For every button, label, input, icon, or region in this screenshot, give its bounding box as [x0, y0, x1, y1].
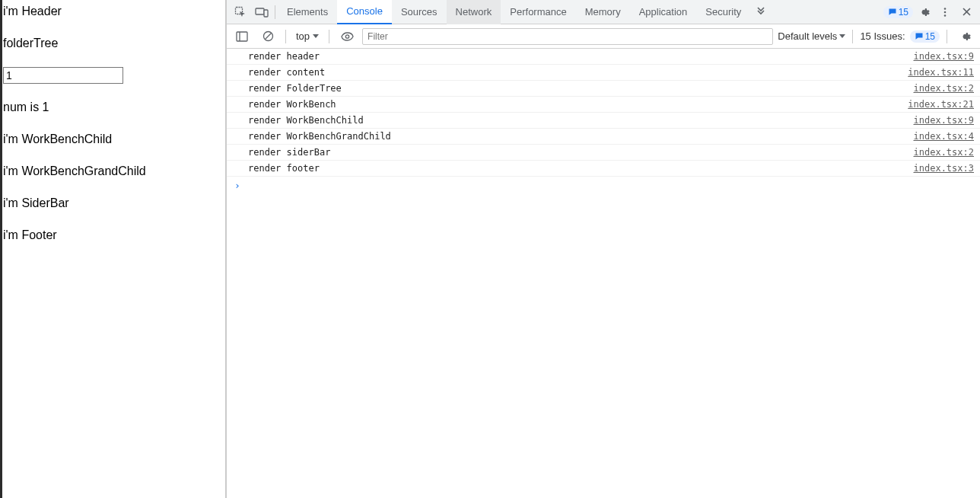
issues-count: 15	[925, 31, 935, 42]
log-source-link[interactable]: index.tsx:11	[908, 67, 974, 78]
number-input[interactable]	[3, 67, 123, 84]
log-message: render FolderTree	[248, 83, 914, 94]
console-prompt[interactable]: ›	[227, 177, 980, 194]
devtools-panel: Elements Console Sources Network Perform…	[226, 0, 980, 498]
svg-line-9	[265, 34, 271, 40]
console-toolbar: top Default levels 15 Issues: 15	[227, 24, 980, 49]
log-row: render content index.tsx:11	[227, 65, 980, 81]
svg-point-4	[944, 11, 947, 13]
message-count: 15	[899, 7, 908, 18]
separator	[947, 30, 947, 43]
tab-label: Performance	[510, 6, 566, 18]
log-row: render footer index.tsx:3	[227, 161, 980, 177]
svg-rect-2	[264, 10, 268, 17]
tab-performance[interactable]: Performance	[501, 0, 575, 24]
svg-rect-6	[237, 32, 247, 41]
log-row: render FolderTree index.tsx:2	[227, 81, 980, 97]
svg-rect-1	[256, 8, 264, 14]
workbench-grandchild-label: i'm WorkBenchGrandChild	[3, 163, 225, 180]
chevron-down-icon	[839, 34, 845, 38]
log-source-link[interactable]: index.tsx:2	[914, 83, 974, 94]
log-source-link[interactable]: index.tsx:2	[914, 147, 974, 158]
log-message: render siderBar	[248, 147, 914, 158]
svg-point-3	[944, 8, 947, 10]
log-row: render WorkBench index.tsx:21	[227, 97, 980, 113]
log-row: render WorkBenchChild index.tsx:9	[227, 113, 980, 129]
app-pane: i'm Header folderTree num is 1 i'm WorkB…	[0, 0, 226, 498]
folder-tree-label: folderTree	[3, 35, 225, 52]
tab-sources[interactable]: Sources	[392, 0, 447, 24]
log-row: render WorkBenchGrandChild index.tsx:4	[227, 129, 980, 145]
context-label: top	[296, 30, 310, 42]
device-toolbar-icon[interactable]	[251, 2, 272, 23]
filter-input[interactable]	[362, 28, 773, 45]
issues-label: 15 Issues:	[860, 30, 905, 42]
message-icon	[915, 32, 924, 41]
svg-point-10	[345, 34, 348, 37]
console-output: render header index.tsx:9 render content…	[227, 49, 980, 498]
log-message: render footer	[248, 163, 914, 174]
log-message: render WorkBenchChild	[248, 115, 914, 126]
workbench-child-label: i'm WorkBenchChild	[3, 131, 225, 148]
app-header: i'm Header	[3, 3, 225, 20]
kebab-menu-icon[interactable]	[934, 2, 956, 23]
log-message: render WorkBenchGrandChild	[248, 131, 914, 142]
svg-point-5	[944, 14, 947, 17]
tab-label: Application	[639, 6, 688, 18]
tab-application[interactable]: Application	[630, 0, 697, 24]
settings-icon[interactable]	[913, 2, 934, 23]
levels-label: Default levels	[778, 30, 837, 42]
tab-security[interactable]: Security	[696, 0, 750, 24]
clear-console-icon[interactable]	[257, 26, 278, 47]
live-expression-icon[interactable]	[336, 26, 358, 47]
tab-label: Sources	[401, 6, 438, 18]
more-tabs-icon[interactable]	[750, 2, 772, 23]
tab-label: Security	[705, 6, 741, 18]
log-message: render WorkBench	[248, 99, 908, 110]
message-icon	[888, 8, 897, 17]
tab-label: Network	[456, 6, 492, 18]
close-icon[interactable]	[956, 2, 977, 23]
footer-label: i'm Footer	[3, 227, 225, 244]
toggle-sidebar-icon[interactable]	[231, 26, 253, 47]
tab-network[interactable]: Network	[447, 0, 501, 24]
log-levels-selector[interactable]: Default levels	[778, 30, 845, 42]
log-source-link[interactable]: index.tsx:4	[914, 131, 974, 142]
tab-console[interactable]: Console	[337, 0, 392, 24]
siderbar-label: i'm SiderBar	[3, 195, 225, 212]
message-count-badge[interactable]: 15	[883, 6, 913, 18]
tab-label: Elements	[287, 6, 328, 18]
inspect-element-icon[interactable]	[230, 2, 251, 23]
console-settings-icon[interactable]	[954, 26, 975, 47]
num-label: num is 1	[3, 99, 225, 116]
tab-label: Memory	[585, 6, 621, 18]
tab-memory[interactable]: Memory	[576, 0, 630, 24]
log-source-link[interactable]: index.tsx:9	[914, 51, 974, 62]
input-wrapper	[3, 67, 225, 84]
log-row: render header index.tsx:9	[227, 49, 980, 65]
log-source-link[interactable]: index.tsx:21	[908, 99, 974, 110]
tab-elements[interactable]: Elements	[278, 0, 337, 24]
chevron-down-icon	[313, 34, 319, 38]
devtools-tabbar: Elements Console Sources Network Perform…	[227, 0, 980, 24]
separator	[329, 30, 329, 43]
log-message: render header	[248, 51, 914, 62]
context-selector[interactable]: top	[293, 30, 322, 42]
issues-indicator[interactable]: 15 Issues: 15	[860, 30, 940, 43]
log-row: render siderBar index.tsx:2	[227, 145, 980, 161]
separator	[275, 5, 275, 19]
log-source-link[interactable]: index.tsx:9	[914, 115, 974, 126]
log-source-link[interactable]: index.tsx:3	[914, 163, 974, 174]
tab-label: Console	[346, 5, 383, 17]
log-message: render content	[248, 67, 908, 78]
separator	[852, 30, 853, 43]
separator	[285, 30, 286, 43]
